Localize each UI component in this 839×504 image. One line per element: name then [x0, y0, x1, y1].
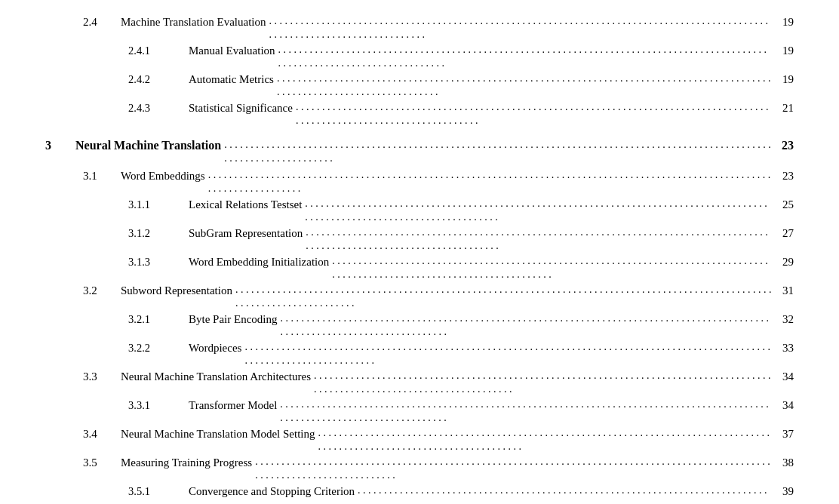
- toc-entry-3-1: 3.1 Word Embeddings 23: [45, 169, 794, 196]
- section-number-3-3: 3.3: [83, 370, 121, 383]
- toc-entry-3-2-1: 3.2.1 Byte Pair Encoding 32: [45, 312, 794, 340]
- dots-3-2-2: [244, 340, 772, 367]
- page-number-2-4: 19: [775, 16, 794, 29]
- toc-entry-3-2-2: 3.2.2 Wordpieces 33: [45, 341, 794, 368]
- subsection-number-2-4-1: 2.4.1: [128, 45, 189, 57]
- entry-title-3-5-1: Convergence and Stopping Criterion: [189, 485, 355, 498]
- page-number-3-4: 37: [775, 428, 794, 441]
- entry-left: 3.2 Subword Representation: [45, 284, 232, 297]
- dots-2-4-1: [278, 42, 772, 69]
- entry-title-2-4-2: Automatic Metrics: [189, 73, 274, 86]
- entry-left: 3.1.3 Word Embedding Initialization: [45, 256, 329, 269]
- page-number-2-4-1: 19: [775, 45, 794, 57]
- subsection-number-3-1-1: 3.1.1: [128, 198, 189, 211]
- dots-3-2: [235, 282, 772, 309]
- entry-title-3-1-1: Lexical Relations Testset: [189, 198, 302, 211]
- entry-title-3-4: Neural Machine Translation Model Setting: [121, 428, 315, 441]
- entry-left: 3.3.1 Transformer Model: [45, 399, 277, 412]
- page-number-3-2: 31: [775, 284, 794, 297]
- toc-entry-3-2: 3.2 Subword Representation 31: [45, 284, 794, 311]
- entry-title-3-3-1: Transformer Model: [189, 399, 277, 412]
- entry-left: 2.4 Machine Translation Evaluation: [45, 16, 266, 29]
- dots-3-1-1: [305, 196, 772, 223]
- section-number-3-4: 3.4: [83, 428, 121, 441]
- page-number-3-2-2: 33: [775, 342, 794, 355]
- subsection-number-3-3-1: 3.3.1: [128, 399, 189, 412]
- entry-title-2-4-3: Statistical Significance: [189, 102, 293, 115]
- subsection-number-3-1-3: 3.1.3: [128, 256, 189, 269]
- entry-left: 3.2.2 Wordpieces: [45, 342, 241, 355]
- entry-title-3-1: Word Embeddings: [121, 170, 205, 183]
- page-number-2-4-3: 21: [775, 102, 794, 115]
- entry-left: 3 Neural Machine Translation: [45, 139, 221, 152]
- toc-entry-3-1-3: 3.1.3 Word Embedding Initialization 29: [45, 255, 794, 282]
- page-number-3-1-2: 27: [775, 227, 794, 240]
- dots-3-1-2: [306, 225, 772, 252]
- subsection-number-3-5-1: 3.5.1: [128, 485, 189, 498]
- page-number-2-4-2: 19: [775, 73, 794, 86]
- page-number-3-5-1: 39: [775, 485, 794, 498]
- entry-left: 3.4 Neural Machine Translation Model Set…: [45, 428, 315, 441]
- toc-entry-3-3-1: 3.3.1 Transformer Model 34: [45, 398, 794, 426]
- entry-title-3-2-2: Wordpieces: [189, 342, 241, 355]
- entry-left: 3.1.2 SubGram Representation: [45, 227, 303, 240]
- toc-entry-2-4-2: 2.4.2 Automatic Metrics 19: [45, 72, 794, 100]
- entry-title-3-1-2: SubGram Representation: [189, 227, 303, 240]
- page-number-3-3: 34: [775, 370, 794, 383]
- dots-3-1: [208, 167, 772, 195]
- dots-3-1-3: [332, 254, 772, 281]
- toc-entry-2-4-3: 2.4.3 Statistical Significance 21: [45, 101, 794, 128]
- entry-left: 3.3 Neural Machine Translation Architect…: [45, 370, 311, 383]
- toc-entry-3-1-1: 3.1.1 Lexical Relations Testset 25: [45, 198, 794, 225]
- entry-left: 3.2.1 Byte Pair Encoding: [45, 313, 277, 326]
- dots-3-2-1: [280, 311, 772, 338]
- subsection-number-3-2-1: 3.2.1: [128, 313, 189, 326]
- page-number-3-1-3: 29: [775, 256, 794, 269]
- entry-title-3-5: Measuring Training Progress: [121, 456, 252, 469]
- chapter-number-3: 3: [45, 139, 75, 152]
- toc-entry-2-4: 2.4 Machine Translation Evaluation 19: [45, 15, 794, 42]
- toc-entry-3-1-2: 3.1.2 SubGram Representation 27: [45, 226, 794, 254]
- toc-entry-chapter-3: 3 Neural Machine Translation 23: [45, 139, 794, 166]
- entry-left: 2.4.1 Manual Evaluation: [45, 45, 275, 57]
- section-number-3-2: 3.2: [83, 284, 121, 297]
- dots-3-5: [255, 454, 772, 481]
- entry-left: 3.5.1 Convergence and Stopping Criterion: [45, 485, 355, 498]
- page-number-3-1-1: 25: [775, 198, 794, 211]
- page-number-chapter-3: 23: [775, 139, 794, 152]
- toc-entry-3-4: 3.4 Neural Machine Translation Model Set…: [45, 427, 794, 454]
- entry-title-2-4: Machine Translation Evaluation: [121, 16, 266, 29]
- dots-2-4: [269, 14, 772, 41]
- entry-left: 2.4.2 Automatic Metrics: [45, 73, 274, 86]
- entry-left: 3.1 Word Embeddings: [45, 170, 205, 183]
- entry-title-2-4-1: Manual Evaluation: [189, 45, 275, 57]
- toc-entry-3-5: 3.5 Measuring Training Progress 38: [45, 456, 794, 483]
- subsection-number-3-1-2: 3.1.2: [128, 227, 189, 240]
- dots-2-4-2: [277, 71, 772, 98]
- toc-container: 2.4 Machine Translation Evaluation 19 2.…: [45, 15, 794, 489]
- entry-title-3-2-1: Byte Pair Encoding: [189, 313, 277, 326]
- dots-3-3-1: [280, 397, 772, 424]
- section-number-3-1: 3.1: [83, 170, 121, 183]
- entry-title-chapter-3: Neural Machine Translation: [75, 139, 221, 152]
- entry-left: 3.1.1 Lexical Relations Testset: [45, 198, 302, 211]
- section-number-3-5: 3.5: [83, 456, 121, 469]
- entry-title-3-3: Neural Machine Translation Architectures: [121, 370, 311, 383]
- page-number-3-3-1: 34: [775, 399, 794, 412]
- dots-chapter-3: [224, 137, 772, 164]
- subsection-number-2-4-3: 2.4.3: [128, 102, 189, 115]
- dots-3-3: [314, 368, 772, 395]
- dots-3-5-1: [358, 483, 772, 504]
- dots-2-4-3: [296, 100, 772, 127]
- section-number-2-4: 2.4: [83, 16, 121, 29]
- subsection-number-3-2-2: 3.2.2: [128, 342, 189, 355]
- page-number-3-1: 23: [775, 170, 794, 183]
- subsection-number-2-4-2: 2.4.2: [128, 73, 189, 86]
- toc-entry-3-3: 3.3 Neural Machine Translation Architect…: [45, 370, 794, 397]
- entry-left: 2.4.3 Statistical Significance: [45, 102, 293, 115]
- page-number-3-2-1: 32: [775, 313, 794, 326]
- dots-3-4: [318, 426, 772, 453]
- entry-title-3-1-3: Word Embedding Initialization: [189, 256, 329, 269]
- toc-entry-3-5-1: 3.5.1 Convergence and Stopping Criterion…: [45, 484, 794, 504]
- entry-title-3-2: Subword Representation: [121, 284, 232, 297]
